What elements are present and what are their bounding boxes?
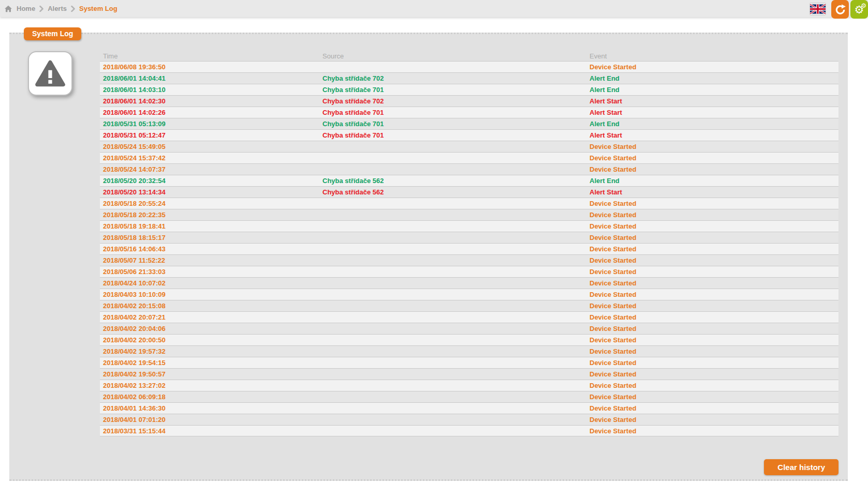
cell-time: 2018/05/24 15:37:42 [100,153,319,163]
cell-time: 2018/05/20 13:14:34 [100,187,319,198]
cell-source: Chyba střídače 701 [319,118,586,129]
breadcrumb: Home Alerts System Log [4,5,117,12]
cell-time: 2018/04/01 14:36:30 [100,403,319,414]
cell-event: Alert End [586,175,838,186]
cell-time: 2018/04/02 20:07:21 [100,312,319,323]
cell-source [319,323,586,334]
settings-button[interactable]: ⚙ ⚙ [850,0,868,19]
system-log-table: Time Source Event 2018/06/08 19:36:50 De… [100,51,838,436]
cell-event: Device Started [586,323,838,334]
system-log-panel: System Log Time Source Event 2018/06/08 … [9,33,848,481]
cell-time: 2018/05/20 20:32:54 [100,175,319,186]
cell-event: Device Started [586,164,838,175]
cell-time: 2018/05/18 19:18:41 [100,221,319,232]
cell-event: Device Started [586,141,838,152]
cell-source [319,221,586,232]
system-log-tab[interactable]: System Log [24,27,81,40]
cell-event: Device Started [586,403,838,414]
table-row: 2018/04/01 14:36:30 Device Started [100,402,838,414]
cell-time: 2018/05/18 20:55:24 [100,198,319,209]
language-flag-button[interactable] [810,3,826,15]
cell-source [319,255,586,266]
cell-event: Device Started [586,380,838,391]
refresh-icon [834,4,846,16]
cell-source [319,357,586,368]
cell-event: Device Started [586,391,838,402]
cell-time: 2018/06/01 14:03:10 [100,84,319,95]
table-row: 2018/04/02 20:00:50 Device Started [100,334,838,345]
cell-event: Device Started [586,198,838,209]
cell-source [319,312,586,323]
cell-event: Alert End [586,118,838,129]
cell-source: Chyba střídače 702 [319,73,586,84]
cell-source: Chyba střídače 562 [319,187,586,198]
cell-source [319,426,586,436]
cell-source: Chyba střídače 562 [319,175,586,186]
table-row: 2018/03/31 15:15:44 Device Started [100,425,838,436]
table-row: 2018/05/24 15:49:05 Device Started [100,141,838,152]
log-rows: 2018/06/08 19:36:50 Device Started 2018/… [100,61,838,436]
cell-event: Device Started [586,278,838,289]
breadcrumb-alerts[interactable]: Alerts [48,5,67,12]
cell-source [319,300,586,311]
cell-source [319,164,586,175]
cell-source [319,198,586,209]
cell-source: Chyba střídače 701 [319,107,586,118]
table-row: 2018/06/01 14:02:30 Chyba střídače 702 A… [100,95,838,107]
cell-time: 2018/04/03 10:10:09 [100,289,319,300]
breadcrumb-home[interactable]: Home [17,5,35,12]
table-row: 2018/04/02 19:57:32 Device Started [100,345,838,357]
cell-source [319,335,586,345]
table-row: 2018/05/18 19:18:41 Device Started [100,220,838,232]
breadcrumb-system-log: System Log [79,5,117,12]
cell-time: 2018/05/31 05:13:09 [100,118,319,129]
table-row: 2018/05/31 05:13:09 Chyba střídače 701 A… [100,118,838,129]
cell-time: 2018/05/07 11:52:22 [100,255,319,266]
topbar-actions: ⚙ ⚙ [810,0,868,17]
cell-event: Device Started [586,312,838,323]
cell-time: 2018/04/24 10:07:02 [100,278,319,289]
cell-event: Device Started [586,244,838,254]
cell-time: 2018/04/02 06:09:18 [100,391,319,402]
table-row: 2018/05/07 11:52:22 Device Started [100,254,838,266]
table-row: 2018/04/02 20:04:06 Device Started [100,323,838,334]
cell-event: Alert Start [586,107,838,118]
cell-event: Device Started [586,369,838,380]
cell-time: 2018/05/24 14:07:37 [100,164,319,175]
cell-source [319,141,586,152]
cell-event: Alert Start [586,96,838,107]
table-row: 2018/05/20 20:32:54 Chyba střídače 562 A… [100,175,838,186]
cell-source [319,380,586,391]
cell-source [319,346,586,357]
cell-source: Chyba střídače 701 [319,130,586,141]
cell-source [319,369,586,380]
alert-icon-box [28,51,72,96]
cell-source [319,278,586,289]
table-row: 2018/04/02 13:27:02 Device Started [100,380,838,391]
cell-time: 2018/05/18 18:15:17 [100,232,319,243]
cell-event: Device Started [586,62,838,72]
cell-source [319,232,586,243]
clear-history-button[interactable]: Clear history [764,459,838,475]
column-header-time: Time [100,52,319,60]
cell-event: Device Started [586,153,838,163]
table-row: 2018/04/03 10:10:09 Device Started [100,289,838,300]
table-row: 2018/05/18 18:15:17 Device Started [100,232,838,243]
cell-event: Device Started [586,426,838,436]
cell-event: Device Started [586,289,838,300]
column-header-source: Source [319,52,586,60]
refresh-button[interactable] [831,0,849,19]
gear-icon: ⚙ [861,3,866,9]
cell-time: 2018/04/02 19:50:57 [100,369,319,380]
cell-time: 2018/04/02 19:57:32 [100,346,319,357]
cell-event: Device Started [586,335,838,345]
cell-time: 2018/06/01 14:04:41 [100,73,319,84]
cell-source [319,391,586,402]
cell-event: Alert Start [586,130,838,141]
cell-time: 2018/05/31 05:12:47 [100,130,319,141]
table-row: 2018/05/18 20:22:35 Device Started [100,209,838,220]
chevron-right-icon [71,6,75,12]
cell-event: Device Started [586,414,838,425]
table-row: 2018/05/06 21:33:03 Device Started [100,266,838,277]
cell-time: 2018/04/02 20:15:08 [100,300,319,311]
